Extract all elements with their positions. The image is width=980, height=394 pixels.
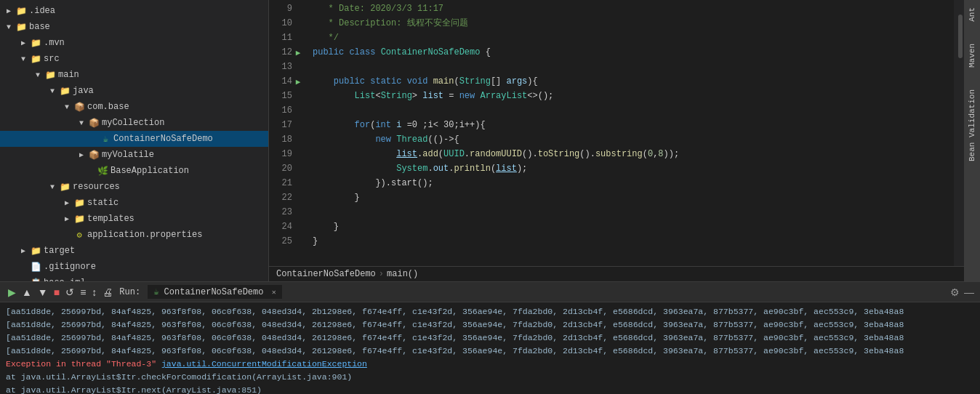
code-line-13 [313, 60, 948, 74]
gutter-18: 18 [269, 132, 307, 147]
package-icon-myvolatile: 📦 [87, 150, 100, 161]
code-content[interactable]: * Date: 2020/3/3 11:17 * Description: 线程… [307, 0, 954, 266]
sidebar-label-main: main [58, 70, 79, 80]
sidebar-item-static[interactable]: ▶ 📁 static [0, 195, 268, 211]
code-line-14: public static void main(String[] args){ [313, 74, 948, 89]
gutter-10: 10 [269, 16, 307, 31]
log-line-2: [aa51d8de, 256997bd, 84af4825, 963f8f08,… [6, 318, 974, 331]
properties-icon: ⚙ [73, 230, 86, 241]
sidebar-item-baseapplication[interactable]: 🌿 BaseApplication [0, 163, 268, 179]
run-tab-container[interactable]: ☕ ContainerNoSafeDemo ✕ [148, 285, 282, 299]
sidebar-label-appprops: application.properties [87, 230, 202, 240]
gutter-21: 21 [269, 176, 307, 190]
file-tree: ▶ 📁 .idea ▼ 📁 base ▶ 📁 .mvn ▼ [0, 0, 268, 281]
gutter-9: 9 [269, 1, 307, 16]
arrow-base: ▼ [3, 23, 15, 31]
sidebar-label-idea: .idea [29, 6, 55, 16]
right-panel: Ant Maven Bean Validation [964, 0, 980, 281]
sidebar-label-target: target [44, 246, 75, 256]
java-folder-icon: 📁 [58, 86, 71, 97]
right-panel-beanvalidation[interactable]: Bean Validation [968, 89, 976, 161]
package-icon-mycollection: 📦 [87, 118, 100, 129]
arrow-templates: ▶ [61, 214, 73, 223]
code-line-21: }).start(); [313, 176, 948, 190]
run-down-button[interactable]: ▼ [36, 286, 50, 299]
exception-line: Exception in thread "Thread-3" java.util… [6, 358, 974, 371]
run-settings-button[interactable]: ⚙ [950, 286, 960, 298]
sidebar-item-containernosafedem[interactable]: ☕ ContainerNoSafeDemo [0, 131, 268, 147]
sidebar-item-mycollection[interactable]: ▼ 📦 myCollection [0, 115, 268, 131]
gutter-22: 22 [269, 190, 307, 205]
folder-icon-static: 📁 [73, 198, 86, 209]
stack-trace-1: at java.util.ArrayList$Itr.checkForComod… [6, 371, 974, 384]
sidebar-item-main[interactable]: ▼ 📁 main [0, 67, 268, 83]
gutter-13: 13 [269, 60, 307, 74]
arrow-resources: ▼ [47, 183, 58, 191]
main-area: ▶ 📁 .idea ▼ 📁 base ▶ 📁 .mvn ▼ [0, 0, 980, 281]
arrow-static: ▶ [61, 198, 73, 207]
sidebar-item-mvn[interactable]: ▶ 📁 .mvn [0, 35, 268, 51]
run-tab-label: ContainerNoSafeDemo [164, 287, 264, 297]
gutter-15: 15 [269, 89, 307, 103]
breadcrumb-method: main() [387, 269, 418, 279]
run-stop-button[interactable]: ■ [52, 286, 62, 299]
sidebar-item-java[interactable]: ▼ 📁 java [0, 83, 268, 99]
sidebar-item-base[interactable]: ▼ 📁 base [0, 19, 268, 35]
sidebar-item-appprops[interactable]: ⚙ application.properties [0, 227, 268, 243]
run-content[interactable]: [aa51d8de, 256997bd, 84af4825, 963f8f08,… [0, 302, 980, 394]
sidebar-item-resources[interactable]: ▼ 📁 resources [0, 179, 268, 195]
sidebar-label-combase: com.base [87, 102, 129, 112]
code-line-15: List<String> list = new ArrayList<>(); [313, 89, 948, 103]
sidebar-item-idea[interactable]: ▶ 📁 .idea [0, 3, 268, 19]
folder-icon-base: 📁 [15, 22, 28, 33]
code-line-24: } [313, 220, 948, 234]
stack-trace-2: at java.util.ArrayList$Itr.next(ArrayLis… [6, 384, 974, 394]
run-up-button[interactable]: ▲ [20, 286, 34, 299]
run-tab-close[interactable]: ✕ [272, 289, 276, 297]
run-rerun-button[interactable]: ↺ [63, 286, 76, 299]
log-line-1: [aa51d8de, 256997bd, 84af4825, 963f8f08,… [6, 305, 974, 318]
code-line-16 [313, 103, 948, 118]
line-gutter: 9 10 11 12 ▶ 13 [269, 0, 307, 266]
run-play-button[interactable]: ▶ [6, 286, 18, 299]
sidebar-label-src: src [44, 54, 60, 64]
sidebar-item-baseiml[interactable]: 📋 base.iml [0, 275, 268, 281]
sidebar-item-target[interactable]: ▶ 📁 target [0, 243, 268, 259]
run-scroll-button[interactable]: ↕ [89, 286, 99, 299]
folder-icon-mvn: 📁 [29, 38, 42, 49]
run-panel: ▶ ▲ ▼ ■ ↺ ≡ ↕ 🖨 Run: ☕ ContainerNoSafeDe… [0, 281, 980, 394]
sidebar-item-myvolatile[interactable]: ▶ 📦 myVolatile [0, 147, 268, 163]
folder-icon-idea: 📁 [15, 6, 28, 17]
right-panel-ant[interactable]: Ant [968, 7, 976, 22]
sidebar-item-src[interactable]: ▼ 📁 src [0, 51, 268, 67]
arrow-myvolatile: ▶ [76, 150, 87, 159]
gitignore-icon: 📄 [29, 262, 42, 273]
editor-scrollbar[interactable] [954, 0, 964, 266]
sidebar-label-java: java [73, 86, 94, 96]
sidebar-item-gitignore[interactable]: 📄 .gitignore [0, 259, 268, 275]
run-print-button[interactable]: 🖨 [100, 286, 115, 299]
arrow-java: ▼ [47, 87, 58, 95]
gutter-20: 20 [269, 161, 307, 176]
sidebar-item-templates[interactable]: ▶ 📁 templates [0, 211, 268, 227]
folder-icon-main: 📁 [44, 70, 57, 81]
breadcrumb-sep: › [379, 269, 384, 279]
code-line-22: } [313, 190, 948, 205]
exception-link[interactable]: java.util.ConcurrentModificationExceptio… [161, 359, 367, 369]
sidebar-label-templates: templates [87, 214, 134, 224]
sidebar-item-combase[interactable]: ▼ 📦 com.base [0, 99, 268, 115]
spring-icon: 🌿 [96, 166, 109, 177]
gutter-14: 14 ▶ [269, 74, 307, 89]
code-editor[interactable]: 9 10 11 12 ▶ 13 [269, 0, 964, 266]
right-panel-maven[interactable]: Maven [968, 44, 976, 68]
code-line-10: * Description: 线程不安全问题 [313, 16, 948, 31]
sidebar-label-base: base [29, 22, 50, 32]
breadcrumb-class: ContainerNoSafeDemo [276, 269, 376, 279]
run-minimize-button[interactable]: — [964, 286, 974, 298]
exception-prefix: Exception in thread "Thread-3" [6, 359, 161, 369]
java-file-icon: ☕ [99, 134, 112, 145]
code-line-17: for(int i =0 ;i< 30;i++){ [313, 118, 948, 132]
arrow-src: ▼ [17, 55, 29, 63]
run-filter-button[interactable]: ≡ [78, 286, 88, 299]
sidebar-label-containernosafedem: ContainerNoSafeDemo [113, 134, 213, 144]
